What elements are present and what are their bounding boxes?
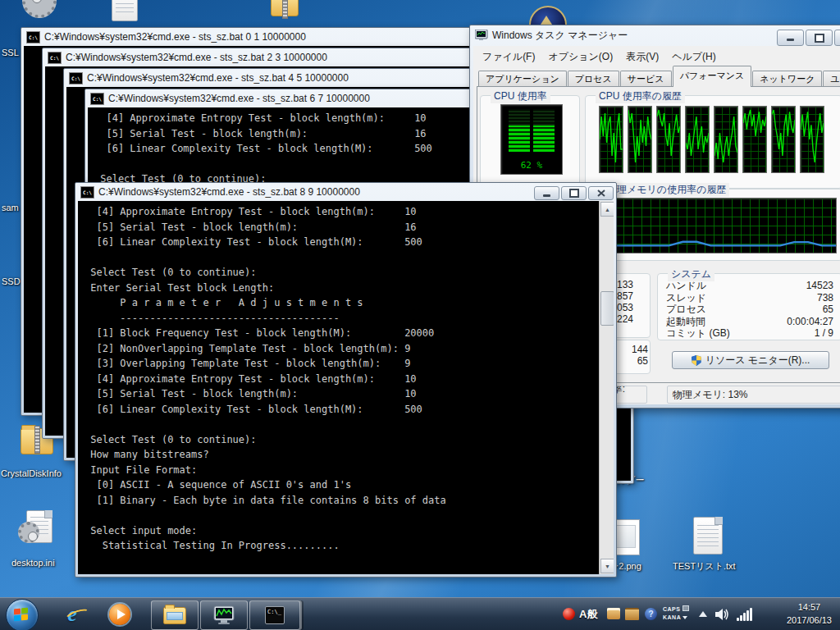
start-button[interactable] [6, 599, 39, 630]
taskbar-clock[interactable]: 14:57 2017/06/13 [787, 600, 832, 627]
menu-options[interactable]: オプション(O) [542, 48, 619, 66]
zip-folder-icon[interactable] [271, 0, 299, 16]
cpu-history-graph-1 [599, 106, 623, 173]
document-icon[interactable] [112, 0, 138, 21]
console-body[interactable]: [4] Approximate Entropy Test - block len… [78, 201, 614, 574]
memory-history-label: 物理メモリの使用率の履歴 [604, 183, 729, 197]
tab-processes[interactable]: プロセス [568, 71, 619, 87]
ime-mode-indicator[interactable]: A般 [579, 607, 597, 622]
window-title: C:¥Windows¥system32¥cmd.exe - sts_sz.bat… [44, 31, 306, 43]
cmd-window-8-9[interactable]: C:\C:¥Windows¥system32¥cmd.exe - sts_sz.… [75, 182, 617, 578]
uac-shield-icon [692, 355, 701, 366]
system-uptime-value: 0:00:04:27 [787, 316, 833, 328]
tab-network[interactable]: ネットワーク [752, 71, 822, 87]
gears-icon[interactable] [22, 0, 57, 18]
tab-performance[interactable]: パフォーマンス [673, 66, 752, 87]
window-title: C:¥Windows¥system32¥cmd.exe - sts_sz.bat… [98, 186, 360, 198]
network-icon[interactable] [737, 608, 753, 621]
show-hidden-icons-button[interactable] [699, 611, 707, 617]
system-handles-label: ハンドル [666, 280, 706, 292]
scroll-down-button[interactable]: ▼ [600, 559, 614, 573]
resource-monitor-label: リソース モニター(R)... [705, 354, 810, 368]
volume-icon[interactable] [715, 609, 730, 623]
cpu-history-graph-6 [742, 106, 767, 173]
menu-file[interactable]: ファイル(F) [477, 48, 541, 66]
ime-toolbox-icon[interactable] [625, 608, 639, 620]
cmd-icon: C:\ [69, 72, 83, 84]
desktop-label-sam[interactable]: sam [2, 203, 19, 212]
scrollbar[interactable]: ▲ ▼ [599, 201, 614, 574]
task-manager-taskbar-button[interactable] [200, 600, 248, 630]
cmd-icon: C:\_ [265, 606, 285, 624]
cpu-history-graph-8 [800, 106, 824, 173]
kernel-memory-paged: 144 [632, 344, 648, 355]
tray-app-icon[interactable] [563, 608, 575, 620]
console-text: [4] Approximate Entropy Test - block len… [78, 201, 614, 554]
taskbar: e C:\_ A般 ? CAPS KANA 14:57 2017 [0, 597, 840, 630]
clock-date: 2017/06/13 [787, 614, 832, 627]
close-button[interactable] [588, 186, 614, 200]
restore-button[interactable] [561, 186, 587, 200]
ime-palette-icon[interactable] [607, 608, 620, 619]
system-processes-label: プロセス [666, 304, 706, 316]
menu-bar: ファイル(F) オプション(O) 表示(V) ヘルプ(H) [473, 46, 840, 68]
window-title: C:¥Windows¥system32¥cmd.exe - sts_sz.bat… [87, 72, 349, 84]
txt-file-icon[interactable] [693, 517, 723, 555]
desktop-ini-icon[interactable] [26, 510, 52, 543]
internet-explorer-button[interactable]: e [59, 602, 85, 627]
tab-applications[interactable]: アプリケーション [478, 71, 567, 87]
window-title: C:¥Windows¥system32¥cmd.exe - sts_sz.bat… [66, 52, 327, 63]
cmd-icon: C:\ [48, 52, 62, 64]
system-commit-label: コミット (GB) [666, 327, 730, 340]
menu-help[interactable]: ヘルプ(H) [666, 48, 722, 66]
task-manager-icon [475, 30, 488, 41]
cmd-icon: C:\ [90, 93, 104, 105]
caps-indicator[interactable]: CAPS KANA [663, 605, 689, 622]
system-threads-value: 738 [817, 292, 833, 304]
cpu-history-graph-3 [656, 106, 681, 173]
cpu-history-graph-7 [771, 106, 796, 173]
ime-help-icon[interactable]: ? [645, 608, 657, 620]
menu-view[interactable]: 表示(V) [620, 48, 664, 66]
scroll-up-button[interactable]: ▲ [600, 202, 614, 217]
system-uptime-label: 起動時間 [666, 316, 705, 328]
tab-users[interactable]: ユーザー [823, 71, 840, 87]
txt-file-label[interactable]: TESTリスト.txt [673, 560, 736, 573]
window-title: C:¥Windows¥system32¥cmd.exe - sts_sz.bat… [108, 93, 370, 104]
media-player-button[interactable] [107, 602, 133, 627]
window-title: Windows タスク マネージャー [492, 29, 628, 43]
task-manager-icon [213, 605, 235, 625]
resource-monitor-button[interactable]: リソース モニター(R)... [672, 351, 829, 369]
system-handles-value: 14523 [806, 280, 833, 292]
cpu-history-label: CPU 使用率の履歴 [596, 89, 685, 103]
minimize-button[interactable] [534, 186, 559, 200]
tab-strip: アプリケーション プロセス サービス パフォーマンス ネットワーク ユーザー [478, 67, 840, 87]
cmd-taskbar-button[interactable]: C:\_ [249, 600, 300, 630]
scroll-thumb[interactable] [600, 291, 614, 326]
cpu-history-graph-5 [714, 106, 738, 173]
cpu-usage-value: 62 % [501, 160, 562, 171]
desktop-label-ssd[interactable]: SSD [2, 276, 21, 286]
explorer-icon [163, 607, 186, 624]
cpu-usage-gauge: 62 % [500, 104, 563, 175]
crystaldiskinfo-label[interactable]: CrystalDiskInfo [1, 468, 74, 478]
cpu-history-graph-4 [685, 106, 710, 173]
close-button[interactable] [834, 30, 840, 46]
system-threads-label: スレッド [666, 292, 706, 304]
kana-indicator: KANA [663, 614, 681, 620]
cmd-icon: C:\ [26, 31, 40, 43]
desktop-label-ssl[interactable]: SSL [2, 48, 19, 57]
system-tray: A般 ? CAPS KANA 14:57 2017/06/13 [558, 598, 840, 630]
clock-time: 14:57 [787, 600, 832, 614]
cpu-history-graph-2 [628, 106, 652, 173]
system-processes-value: 65 [823, 304, 833, 316]
cpu-usage-label: CPU 使用率 [491, 89, 550, 103]
desktop-ini-label[interactable]: desktop.ini [11, 558, 55, 568]
restore-button[interactable] [806, 30, 833, 46]
windows-logo-icon [14, 608, 29, 621]
cpu-usage-groupbox: CPU 使用率 62 % [480, 95, 580, 189]
tab-services[interactable]: サービス [620, 71, 672, 87]
explorer-taskbar-button[interactable] [151, 600, 199, 630]
minimize-button[interactable] [777, 30, 804, 46]
status-memory: 物理メモリ: 13% [667, 386, 840, 404]
